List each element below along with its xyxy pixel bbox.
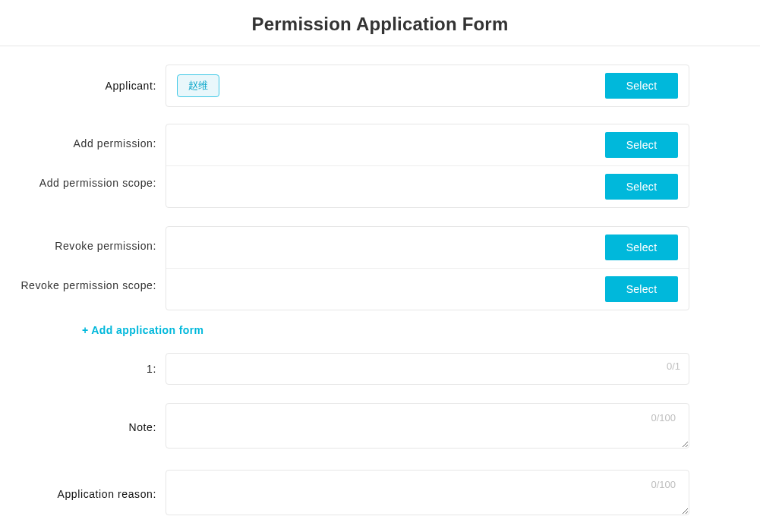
revoke-permission-label: Revoke permission: [55,240,156,252]
field-1-input[interactable] [166,353,689,385]
applicant-label: Applicant: [6,65,166,107]
divider [0,46,760,46]
revoke-permission-scope-select-button[interactable]: Select [605,276,678,302]
reason-textarea[interactable] [166,470,689,515]
add-permission-scope-label: Add permission scope: [39,177,156,189]
revoke-permission-card: Select Select [166,226,689,310]
page-title: Permission Application Form [0,0,760,46]
revoke-permission-scope-label: Revoke permission scope: [20,279,156,291]
add-permission-select-button[interactable]: Select [605,132,678,158]
note-label: Note: [6,403,166,452]
note-textarea[interactable] [166,403,689,449]
revoke-permission-select-button[interactable]: Select [605,235,678,260]
applicant-select-button[interactable]: Select [605,73,678,99]
applicant-chip[interactable]: 赵维 [177,74,219,97]
add-permission-card: Select Select [166,124,689,208]
reason-label: Application reason: [6,470,166,518]
add-permission-scope-select-button[interactable]: Select [605,174,678,200]
field-1-label: 1: [6,353,166,385]
add-permission-label: Add permission: [74,137,156,150]
applicant-card: 赵维 Select [166,65,689,107]
permission-application-form: Applicant: 赵维 Select Add permission: Add… [6,65,689,532]
add-application-form-link[interactable]: + Add application form [82,324,203,336]
